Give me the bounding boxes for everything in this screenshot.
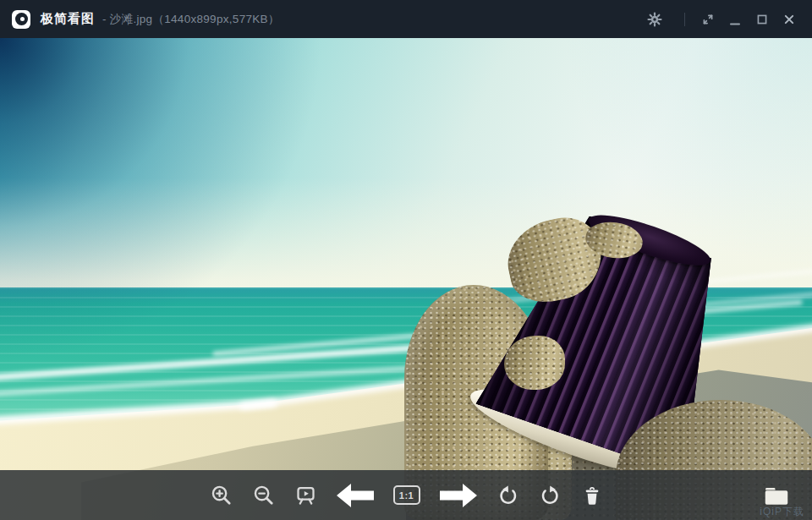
titlebar: 极简看图 - 沙滩.jpg（1440x899px,577KB） xyxy=(0,0,812,38)
arrow-left-icon xyxy=(337,484,374,507)
photo-canvas xyxy=(0,38,812,520)
delete-button[interactable] xyxy=(581,477,603,514)
rotate-cw-icon xyxy=(539,484,562,506)
app-name: 极简看图 xyxy=(41,11,95,27)
rotate-left-button[interactable] xyxy=(497,477,519,514)
close-icon xyxy=(781,11,798,28)
sand-clump xyxy=(504,336,565,390)
magnifier-minus-icon xyxy=(252,484,275,506)
minimize-button[interactable] xyxy=(726,10,744,29)
toolbar: 1:1 xyxy=(0,470,812,520)
actual-size-label: 1:1 xyxy=(399,490,414,501)
close-button[interactable] xyxy=(780,10,798,29)
arrow-right-icon xyxy=(440,484,477,507)
file-info: - 沙滩.jpg（1440x899px,577KB） xyxy=(102,12,280,27)
one-to-one-icon: 1:1 xyxy=(393,485,420,505)
slideshow-button[interactable] xyxy=(294,477,317,514)
next-image-button[interactable] xyxy=(440,477,477,514)
actual-size-button[interactable]: 1:1 xyxy=(393,477,420,514)
open-folder-button[interactable] xyxy=(763,477,790,514)
minimize-icon xyxy=(727,11,743,28)
zoom-in-button[interactable] xyxy=(210,477,233,514)
app-logo-icon xyxy=(12,10,30,29)
magnifier-plus-icon xyxy=(210,484,233,506)
expand-icon xyxy=(700,11,716,28)
fullscreen-button[interactable] xyxy=(699,10,717,29)
zoom-out-button[interactable] xyxy=(252,477,275,514)
trash-icon xyxy=(581,484,603,506)
window-controls xyxy=(645,10,798,29)
previous-image-button[interactable] xyxy=(337,477,374,514)
rotate-ccw-icon xyxy=(497,484,519,506)
maximize-button[interactable] xyxy=(753,10,771,29)
controls-divider xyxy=(684,13,685,26)
folder-icon xyxy=(763,484,790,507)
slideshow-icon xyxy=(294,484,317,506)
rotate-right-button[interactable] xyxy=(539,477,562,514)
maximize-icon xyxy=(754,11,771,28)
gear-icon xyxy=(646,11,663,28)
image-viewer-window: 极简看图 - 沙滩.jpg（1440x899px,577KB） xyxy=(0,0,812,520)
settings-button[interactable] xyxy=(645,10,664,29)
